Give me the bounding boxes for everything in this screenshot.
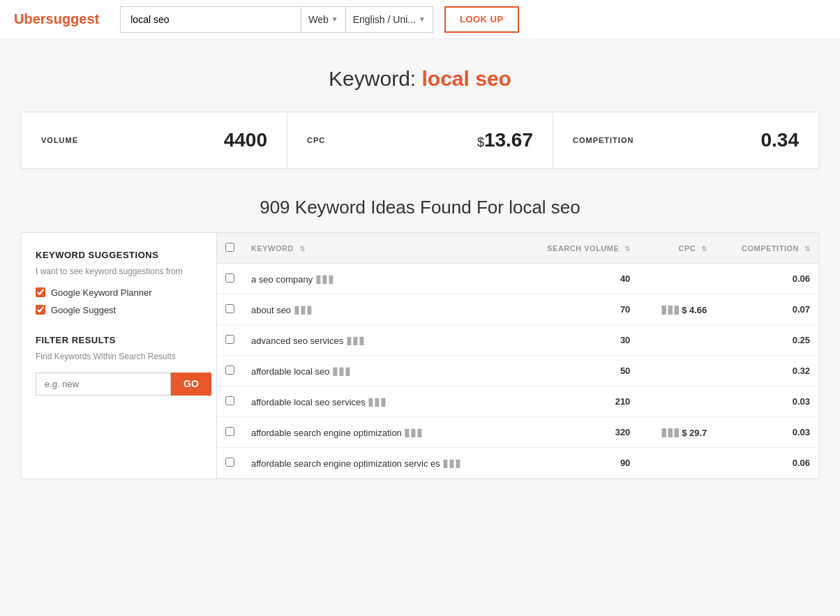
keyword-cell: affordable search engine optimization se… — [243, 448, 518, 479]
filter-title: FILTER RESULTS — [36, 335, 202, 345]
suggestions-title: KEYWORD SUGGESTIONS — [36, 250, 202, 260]
keyword-table: KEYWORD ⇅ SEARCH VOLUME ⇅ CPC ⇅ COMPET — [217, 233, 818, 479]
volume-column-header[interactable]: SEARCH VOLUME ⇅ — [518, 233, 638, 264]
cpc-label: CPC — [307, 136, 325, 144]
row-checkbox-cell[interactable] — [217, 386, 243, 417]
select-all-header[interactable] — [217, 233, 243, 264]
table-row: a seo company ▮▮▮ 40 0.06 — [217, 264, 818, 294]
competition-cell: 0.32 — [715, 356, 818, 386]
cpc-cell: ▮▮▮ $ 29.7 — [638, 417, 715, 448]
language-label: English / Uni... — [353, 14, 416, 25]
row-checkbox[interactable] — [225, 335, 234, 344]
cpc-cell — [638, 448, 715, 479]
lookup-button[interactable]: LOOK UP — [444, 6, 519, 33]
google-keyword-planner-checkbox[interactable] — [36, 287, 45, 297]
volume-cell: 70 — [518, 294, 638, 325]
logo: Ubersuggest — [14, 11, 99, 27]
suggestions-desc: I want to see keyword suggestions from — [36, 266, 202, 278]
keyword-text: affordable search engine optimization se… — [251, 458, 440, 469]
volume-bar-icon: ▮▮▮ — [368, 395, 387, 408]
row-checkbox-cell[interactable] — [217, 417, 243, 448]
sort-icon: ⇅ — [701, 245, 707, 253]
cpc-amount: 13.67 — [484, 129, 533, 151]
table-row: affordable local seo ▮▮▮ 50 0.32 — [217, 356, 818, 386]
cpc-bar-icon: ▮▮▮ — [661, 426, 680, 439]
competition-cell: 0.25 — [715, 325, 818, 356]
filter-section: FILTER RESULTS Find Keywords Within Sear… — [36, 335, 202, 396]
cpc-value: $ 29.7 — [682, 428, 707, 438]
cpc-column-header[interactable]: CPC ⇅ — [638, 233, 715, 264]
competition-value: 0.06 — [793, 458, 810, 468]
competition-value: 0.34 — [761, 129, 800, 151]
header: Ubersuggest Web ▼ English / Uni... ▼ LOO… — [0, 0, 840, 39]
google-suggest-label: Google Suggest — [51, 305, 116, 315]
chevron-down-icon: ▼ — [331, 15, 338, 23]
row-checkbox[interactable] — [225, 396, 234, 405]
volume-value: 40 — [620, 273, 630, 284]
volume-cell: 50 — [518, 356, 638, 386]
google-keyword-planner-label: Google Keyword Planner — [51, 287, 152, 298]
cpc-cell — [638, 264, 715, 294]
row-checkbox[interactable] — [225, 458, 234, 467]
volume-bar-icon: ▮▮▮ — [346, 333, 365, 347]
sidebar: KEYWORD SUGGESTIONS I want to see keywor… — [22, 233, 217, 479]
platform-dropdown[interactable]: Web ▼ — [301, 6, 345, 33]
row-checkbox[interactable] — [225, 427, 234, 436]
search-input[interactable] — [120, 6, 301, 33]
ideas-heading: 909 Keyword Ideas Found For local seo — [21, 197, 819, 218]
row-checkbox-cell[interactable] — [217, 325, 243, 356]
table-row: advanced seo services ▮▮▮ 30 0.25 — [217, 325, 818, 356]
volume-value: 210 — [615, 396, 631, 407]
volume-value: 30 — [620, 335, 630, 345]
competition-cell: 0.07 — [715, 294, 818, 325]
sort-icon: ⇅ — [299, 245, 306, 253]
keyword-text: affordable local seo — [251, 366, 330, 377]
competition-value: 0.25 — [793, 335, 810, 345]
volume-label: VOLUME — [41, 136, 78, 144]
competition-column-label: COMPETITION — [742, 244, 799, 253]
keyword-text: a seo company — [251, 274, 313, 285]
row-checkbox[interactable] — [225, 273, 234, 283]
volume-bar-icon: ▮▮▮ — [442, 456, 461, 469]
google-keyword-planner-item: Google Keyword Planner — [36, 287, 202, 298]
volume-cell: 30 — [518, 325, 638, 356]
keyword-column-header[interactable]: KEYWORD ⇅ — [243, 233, 518, 264]
sort-icon: ⇅ — [624, 245, 631, 253]
keyword-text: advanced seo services — [251, 336, 343, 346]
keyword-value: local seo — [422, 67, 511, 90]
volume-card: VOLUME 4400 — [21, 112, 287, 169]
volume-value: 4400 — [224, 129, 267, 151]
language-dropdown[interactable]: English / Uni... ▼ — [346, 6, 433, 33]
select-all-checkbox[interactable] — [225, 243, 234, 252]
row-checkbox-cell[interactable] — [217, 264, 243, 294]
competition-column-header[interactable]: COMPETITION ⇅ — [715, 233, 818, 264]
go-button[interactable]: GO — [171, 373, 211, 396]
volume-value: 70 — [620, 304, 630, 315]
row-checkbox-cell[interactable] — [217, 294, 243, 325]
table-row: affordable search engine optimization ▮▮… — [217, 417, 818, 448]
row-checkbox-cell[interactable] — [217, 448, 243, 479]
keyword-cell: affordable local seo ▮▮▮ — [243, 356, 518, 386]
cpc-value: $13.67 — [477, 129, 533, 151]
row-checkbox[interactable] — [225, 304, 234, 313]
google-suggest-checkbox[interactable] — [36, 305, 45, 315]
competition-card: COMPETITION 0.34 — [553, 112, 819, 169]
row-checkbox[interactable] — [225, 366, 234, 375]
filter-input[interactable] — [36, 373, 171, 396]
sort-icon: ⇅ — [804, 245, 811, 253]
table-header-row: KEYWORD ⇅ SEARCH VOLUME ⇅ CPC ⇅ COMPET — [217, 233, 818, 264]
keyword-title: Keyword: local seo — [21, 67, 819, 91]
keyword-cell: affordable local seo services ▮▮▮ — [243, 386, 518, 417]
volume-value: 320 — [615, 427, 631, 437]
cpc-cell — [638, 356, 715, 386]
volume-column-label: SEARCH VOLUME — [547, 244, 619, 253]
row-checkbox-cell[interactable] — [217, 356, 243, 386]
keyword-cell: a seo company ▮▮▮ — [243, 264, 518, 294]
stats-row: VOLUME 4400 CPC $13.67 COMPETITION 0.34 — [21, 112, 819, 169]
competition-label: COMPETITION — [573, 136, 633, 144]
filter-input-row: GO — [36, 373, 202, 396]
keyword-prefix: Keyword: — [329, 67, 416, 90]
volume-cell: 320 — [518, 417, 638, 448]
keyword-text: affordable local seo services — [251, 397, 366, 407]
competition-value: 0.03 — [793, 427, 810, 437]
